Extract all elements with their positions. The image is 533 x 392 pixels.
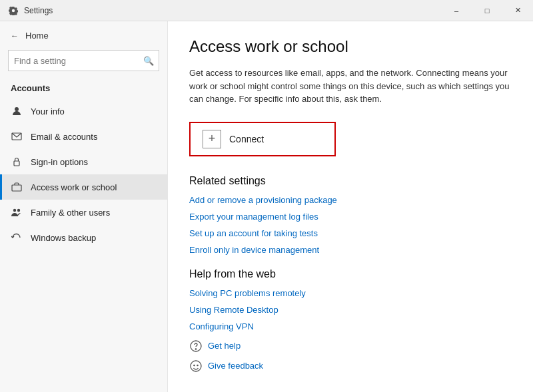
help-section: Help from the web Solving PC problems re… — [189, 268, 512, 331]
sidebar-section-title: Accounts — [0, 79, 167, 98]
related-link-management-log[interactable]: Export your management log files — [189, 212, 512, 222]
sidebar-item-access-work-school[interactable]: Access work or school — [0, 174, 167, 200]
sidebar-item-your-info[interactable]: Your info — [0, 98, 167, 124]
give-feedback-row: Give feedback — [189, 359, 512, 373]
your-info-icon — [11, 105, 23, 117]
page-description: Get access to resources like email, apps… — [189, 67, 512, 106]
search-icon[interactable]: 🔍 — [139, 51, 159, 71]
svg-point-11 — [197, 365, 198, 365]
connect-label: Connect — [229, 134, 264, 144]
windows-backup-icon — [11, 232, 23, 244]
bottom-links: Get help Give feedback — [189, 339, 512, 373]
title-bar-controls: – □ ✕ — [441, 0, 533, 21]
help-link-configuring-vpn[interactable]: Configuring VPN — [189, 321, 512, 331]
access-work-school-icon — [11, 181, 23, 193]
title-bar: Settings – □ ✕ — [0, 0, 533, 21]
sidebar-item-label-access-work-school: Access work or school — [31, 182, 117, 192]
sidebar-item-email-accounts[interactable]: Email & accounts — [0, 124, 167, 149]
related-link-device-management[interactable]: Enroll only in device management — [189, 245, 512, 255]
connect-button[interactable]: + Connect — [189, 122, 336, 156]
related-settings-section: Related settings Add or remove a provisi… — [189, 175, 512, 255]
related-link-provisioning[interactable]: Add or remove a provisioning package — [189, 195, 512, 205]
maximize-button[interactable]: □ — [472, 0, 502, 21]
settings-app-icon — [8, 5, 19, 16]
related-link-account-tests[interactable]: Set up an account for taking tests — [189, 228, 512, 238]
sidebar-item-sign-in-options[interactable]: Sign-in options — [0, 149, 167, 174]
help-link-solving-pc[interactable]: Solving PC problems remotely — [189, 288, 512, 298]
svg-point-6 — [17, 209, 20, 212]
svg-point-0 — [12, 9, 15, 11]
svg-point-1 — [15, 107, 19, 111]
sidebar-item-family-users[interactable]: Family & other users — [0, 200, 167, 225]
give-feedback-link[interactable]: Give feedback — [208, 361, 263, 371]
family-users-icon — [11, 206, 23, 218]
related-settings-title: Related settings — [189, 175, 512, 187]
page-title: Access work or school — [189, 37, 512, 56]
back-arrow-icon: ← — [11, 31, 19, 41]
sidebar: ← Home 🔍 Accounts Your info Email & acco… — [0, 21, 168, 392]
get-help-link[interactable]: Get help — [208, 341, 241, 351]
give-feedback-icon — [189, 359, 203, 373]
minimize-button[interactable]: – — [441, 0, 472, 21]
title-bar-title: Settings — [24, 6, 53, 15]
app-body: ← Home 🔍 Accounts Your info Email & acco… — [0, 21, 533, 392]
sidebar-item-windows-backup[interactable]: Windows backup — [0, 225, 167, 250]
help-section-title: Help from the web — [189, 268, 512, 280]
svg-point-5 — [13, 209, 16, 212]
email-accounts-icon — [11, 130, 23, 142]
help-link-remote-desktop[interactable]: Using Remote Desktop — [189, 305, 512, 315]
svg-rect-3 — [14, 161, 19, 166]
main-content: Access work or school Get access to reso… — [168, 21, 533, 392]
sidebar-item-label-your-info: Your info — [31, 106, 65, 116]
sidebar-item-label-windows-backup: Windows backup — [31, 233, 96, 243]
title-bar-left: Settings — [8, 5, 53, 16]
get-help-row: Get help — [189, 339, 512, 353]
close-button[interactable]: ✕ — [502, 0, 533, 21]
sidebar-home-label: Home — [25, 31, 49, 41]
search-input[interactable] — [9, 56, 139, 66]
svg-point-8 — [195, 348, 196, 349]
sidebar-item-label-sign-in-options: Sign-in options — [31, 157, 88, 167]
connect-plus-icon: + — [203, 130, 221, 148]
sidebar-search-container[interactable]: 🔍 — [8, 50, 159, 71]
svg-point-10 — [194, 365, 195, 365]
sidebar-item-label-email-accounts: Email & accounts — [31, 132, 97, 142]
get-help-icon — [189, 339, 203, 353]
sidebar-back-button[interactable]: ← Home — [0, 21, 167, 47]
sign-in-icon — [11, 156, 23, 168]
sidebar-item-label-family-users: Family & other users — [31, 208, 110, 218]
svg-rect-4 — [12, 185, 21, 191]
